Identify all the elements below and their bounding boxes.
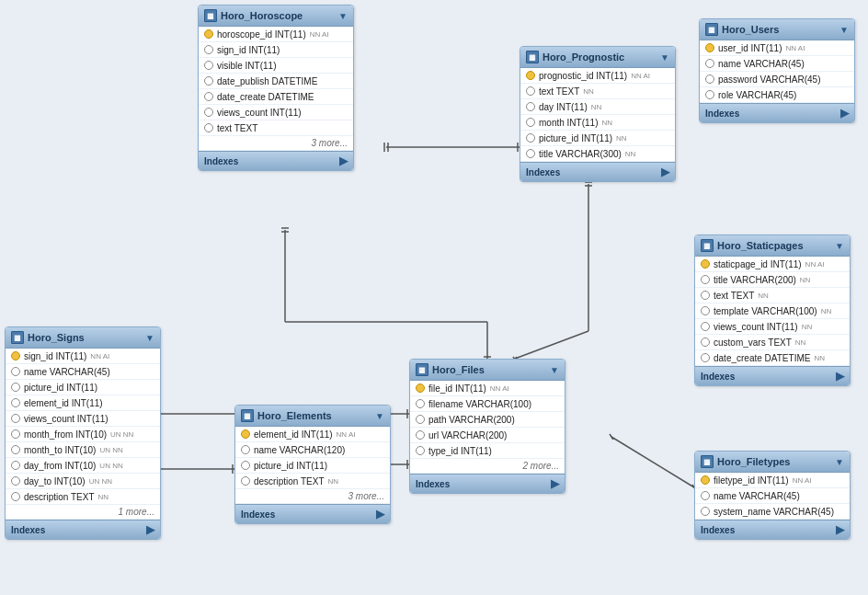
table-row: picture_id INT(11) — [235, 458, 390, 474]
field-badge: NN — [802, 323, 813, 331]
svg-line-28 — [611, 437, 694, 487]
fk-icon — [705, 59, 714, 68]
table-row: views_count INT(11)NN — [695, 319, 850, 335]
fk-icon — [204, 61, 213, 70]
fk-icon — [701, 338, 710, 347]
fk-icon — [241, 445, 250, 454]
field-text: month INT(11) — [539, 118, 598, 128]
field-text: views_count INT(11) — [217, 108, 302, 118]
table-prognostic: ▦ Horo_Prognostic ▼ prognostic_id INT(11… — [520, 46, 676, 182]
footer-arrow-staticpages: ▶ — [836, 370, 844, 383]
field-text: password VARCHAR(45) — [718, 74, 821, 85]
table-row: text TEXTNN — [695, 288, 850, 303]
field-badge: NN — [328, 477, 339, 486]
table-row: visible INT(11) — [199, 58, 353, 74]
field-badge: NN — [814, 354, 825, 362]
fk-icon — [11, 461, 20, 470]
table-footer-files[interactable]: Indexes ▶ — [410, 474, 565, 493]
field-badge: NN — [758, 292, 769, 300]
indexes-label-files: Indexes — [416, 479, 450, 489]
chevron-users[interactable]: ▼ — [839, 25, 849, 35]
table-row: views_count INT(11) — [6, 411, 160, 427]
table-header-filetypes[interactable]: ▦ Horo_Filetypes ▼ — [695, 452, 850, 473]
field-text: custom_vars TEXT — [714, 338, 792, 348]
table-row: date_create DATETIME — [199, 89, 353, 105]
field-text: sign_id INT(11) — [217, 45, 280, 55]
table-row: file_id INT(11)NN AI — [410, 381, 565, 396]
table-footer-users[interactable]: Indexes ▶ — [700, 103, 854, 122]
table-header-staticpages[interactable]: ▦ Horo_Staticpages ▼ — [695, 235, 850, 257]
table-row: day_to INT(10)UN NN — [6, 474, 160, 489]
table-row: system_name VARCHAR(45) — [695, 504, 850, 520]
field-text: text TEXT — [714, 291, 754, 301]
chevron-signs[interactable]: ▼ — [145, 333, 154, 343]
table-row: role VARCHAR(45) — [700, 87, 854, 103]
field-badge: UN NN — [99, 462, 122, 470]
diagram-area: ▦ Horo_Horoscope ▼ horoscope_id INT(11)N… — [0, 0, 868, 595]
table-icon-users: ▦ — [705, 23, 718, 36]
fk-icon — [701, 353, 710, 362]
fk-icon — [526, 102, 535, 111]
table-row: month_to INT(10)UN NN — [6, 442, 160, 458]
field-badge: NN AI — [310, 30, 329, 39]
table-header-horoscope[interactable]: ▦ Horo_Horoscope ▼ — [199, 6, 353, 27]
table-name-users: Horo_Users — [722, 24, 779, 35]
table-header-elements[interactable]: ▦ Horo_Elements ▼ — [235, 406, 390, 427]
table-footer-signs[interactable]: Indexes ▶ — [6, 520, 160, 539]
chevron-files[interactable]: ▼ — [550, 365, 559, 375]
table-icon-files: ▦ — [416, 363, 428, 376]
pk-icon — [416, 383, 425, 393]
field-badge: NN — [601, 119, 612, 127]
field-text: name VARCHAR(45) — [714, 491, 800, 501]
table-row: day INT(11)NN — [520, 99, 675, 115]
table-header-signs[interactable]: ▦ Horo_Signs ▼ — [6, 327, 160, 349]
table-row: template VARCHAR(100)NN — [695, 303, 850, 319]
table-footer-staticpages[interactable]: Indexes ▶ — [695, 366, 850, 385]
table-header-prognostic[interactable]: ▦ Horo_Prognostic ▼ — [520, 47, 675, 68]
table-footer-prognostic[interactable]: Indexes ▶ — [520, 162, 675, 181]
chevron-horoscope[interactable]: ▼ — [338, 11, 348, 21]
table-name-filetypes: Horo_Filetypes — [717, 456, 790, 467]
chevron-filetypes[interactable]: ▼ — [835, 457, 844, 467]
table-row: password VARCHAR(45) — [700, 72, 854, 87]
table-row: url VARCHAR(200) — [410, 428, 565, 443]
table-header-files[interactable]: ▦ Horo_Files ▼ — [410, 360, 565, 381]
pk-icon — [11, 351, 20, 360]
table-footer-horoscope[interactable]: Indexes ▶ — [199, 151, 353, 170]
field-badge: NN — [583, 87, 594, 96]
fk-icon — [204, 76, 213, 86]
field-text: date_publish DATETIME — [217, 76, 317, 86]
field-text: day_to INT(10) — [24, 476, 86, 486]
chevron-prognostic[interactable]: ▼ — [660, 52, 669, 63]
table-header-users[interactable]: ▦ Horo_Users ▼ — [700, 19, 854, 40]
table-name-prognostic: Horo_Prognostic — [542, 51, 624, 63]
table-row: element_id INT(11) — [6, 395, 160, 411]
indexes-label-users: Indexes — [705, 109, 739, 119]
fk-icon — [701, 275, 710, 284]
table-icon-elements: ▦ — [241, 409, 254, 422]
field-text: text TEXT — [217, 123, 257, 133]
table-footer-elements[interactable]: Indexes ▶ — [235, 504, 390, 523]
table-name-signs: Horo_Signs — [28, 332, 85, 343]
table-row: month_from INT(10)UN NN — [6, 427, 160, 442]
fk-icon — [416, 430, 425, 440]
fk-icon — [701, 491, 710, 500]
field-badge: NN — [591, 103, 602, 111]
field-text: description TEXT — [24, 492, 95, 502]
table-row: date_publish DATETIME — [199, 74, 353, 89]
chevron-elements[interactable]: ▼ — [375, 411, 384, 421]
table-row: text TEXTNN — [520, 84, 675, 99]
footer-arrow-horoscope: ▶ — [339, 154, 348, 167]
field-badge: NN — [795, 338, 806, 347]
field-text: text TEXT — [539, 86, 579, 97]
fk-icon — [204, 108, 213, 117]
table-footer-filetypes[interactable]: Indexes ▶ — [695, 520, 850, 539]
field-text: horoscope_id INT(11) — [217, 29, 306, 40]
table-signs: ▦ Horo_Signs ▼ sign_id INT(11)NN AIname … — [5, 326, 161, 540]
svg-line-32 — [515, 331, 588, 359]
fk-icon — [701, 306, 710, 315]
fk-icon — [701, 507, 710, 516]
table-row: path VARCHAR(200) — [410, 412, 565, 428]
chevron-staticpages[interactable]: ▼ — [835, 241, 844, 251]
fk-icon — [701, 291, 710, 300]
